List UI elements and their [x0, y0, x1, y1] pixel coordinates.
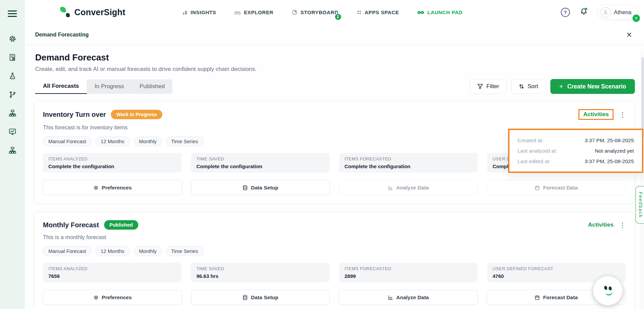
- nav-storyboard[interactable]: STORYBOARD 2: [292, 9, 338, 15]
- feedback-tab[interactable]: Feedback: [636, 186, 644, 224]
- tag-chip: Monthly: [134, 246, 162, 256]
- brand-name: ConverSight: [74, 7, 125, 17]
- tag-chip: 12 Months: [95, 136, 130, 146]
- status-badge: Work in Progress: [111, 110, 162, 119]
- data-setup-button[interactable]: Data Setup: [191, 290, 330, 305]
- scrollbar-track[interactable]: [641, 49, 644, 309]
- tag-chip: Manual Forecast: [43, 246, 92, 256]
- tab-in-progress[interactable]: In Progress: [87, 79, 132, 94]
- kebab-menu-icon[interactable]: ⋮: [619, 221, 626, 229]
- notifications-bell-icon[interactable]: [579, 7, 588, 18]
- preferences-button[interactable]: Preferences: [43, 290, 182, 305]
- settings-gear-icon[interactable]: [8, 35, 17, 43]
- analyze-chart-icon: [388, 185, 393, 190]
- status-badge: Published: [104, 220, 138, 230]
- sort-arrows-icon: [519, 84, 524, 89]
- stat-time-saved: TIME SAVED Complete the configuration: [191, 153, 330, 173]
- stat-items-analyzed: ITEMS ANALYZED 7659: [43, 263, 182, 282]
- forecast-card-monthly-forecast: Monthly Forecast Published Activities ⋮ …: [34, 212, 635, 309]
- scrollbar-thumb[interactable]: [642, 57, 644, 138]
- tag-chip: Time Series: [166, 246, 203, 256]
- tag-chip: 12 Months: [95, 246, 130, 256]
- brand-logo[interactable]: ConverSight: [57, 6, 125, 19]
- network-sitemap-icon[interactable]: [8, 146, 17, 154]
- activities-link[interactable]: Activities: [588, 222, 614, 228]
- stat-items-forecasted: ITEMS FORECASTED 2899: [339, 263, 478, 282]
- stat-items-analyzed: ITEMS ANALYZED Complete the configuratio…: [43, 153, 182, 173]
- top-navbar: ConverSight INSIGHTS EXPLORER STORYBOARD…: [25, 0, 644, 25]
- filter-button[interactable]: Filter: [470, 79, 507, 94]
- tab-all-forecasts[interactable]: All Forecasts: [35, 79, 87, 94]
- analyze-data-button[interactable]: Analyze Data: [339, 180, 478, 195]
- breadcrumb-bar: Demand Forecasting ×: [25, 25, 644, 45]
- user-menu[interactable]: Athena ▼: [598, 5, 638, 20]
- analyze-chart-icon: [388, 295, 393, 300]
- storyboard-count-badge: 2: [334, 13, 342, 21]
- menu-hamburger-icon[interactable]: [8, 9, 17, 19]
- hierarchy-sitemap-icon[interactable]: [8, 109, 17, 117]
- launch-pad-icon: [417, 10, 424, 15]
- apps-grid-icon: [357, 10, 362, 15]
- user-name: Athena: [614, 9, 631, 16]
- close-icon[interactable]: ×: [626, 30, 632, 40]
- tooltip-row: Last analyzed at: Not analyzed yet: [518, 146, 634, 156]
- preferences-gear-icon: [93, 295, 99, 300]
- insights-bars-icon: [182, 10, 188, 15]
- presentation-chart-icon[interactable]: [8, 128, 17, 136]
- nav-explorer[interactable]: EXPLORER: [234, 9, 273, 15]
- help-icon[interactable]: ?: [561, 8, 570, 17]
- filter-funnel-icon: [477, 84, 483, 89]
- preferences-button[interactable]: Preferences: [43, 180, 182, 195]
- page-title: Demand Forecast: [35, 52, 634, 63]
- database-icon: [242, 295, 248, 300]
- lab-flask-icon[interactable]: [8, 72, 17, 80]
- tag-chip: Monthly: [134, 136, 162, 146]
- activities-tooltip: Created at: 3:37 PM, 25-08-2025 Last ana…: [508, 129, 643, 173]
- tag-chip: Manual Forecast: [43, 136, 92, 146]
- explorer-binoculars-icon: [234, 10, 241, 15]
- nav-launch-pad[interactable]: LAUNCH PAD: [417, 9, 462, 15]
- card-title: Monthly Forecast: [43, 221, 99, 229]
- storyboard-icon: [292, 9, 297, 15]
- stat-items-forecasted: ITEMS FORECASTED Complete the configurat…: [339, 153, 478, 173]
- conversight-logo-icon: [57, 6, 71, 19]
- main-content: Demand Forecasting × Demand Forecast Cre…: [25, 25, 644, 309]
- calendar-icon: [534, 185, 540, 190]
- analyze-data-button[interactable]: Analyze Data: [339, 290, 478, 305]
- breadcrumb[interactable]: Demand Forecasting: [35, 32, 89, 38]
- conversight-bubble-icon: [600, 283, 616, 299]
- nav-apps-space[interactable]: APPS SPACE: [357, 9, 399, 15]
- tooltip-row: Last edited at: 3:37 PM, 25-08-2025: [518, 156, 634, 166]
- create-new-scenario-button[interactable]: + Create New Scenario: [550, 79, 635, 94]
- database-icon: [242, 185, 248, 190]
- user-chevron-down-icon: ▼: [633, 15, 640, 22]
- forecast-card-inventory-turn-over: Inventory Turn over Work in Progress Act…: [34, 101, 635, 204]
- report-document-icon[interactable]: [8, 53, 17, 61]
- forecast-tabs: All Forecasts In Progress Published: [35, 79, 172, 94]
- plus-icon: +: [559, 82, 563, 91]
- assistant-logo-bubble[interactable]: [593, 276, 622, 305]
- primary-nav: INSIGHTS EXPLORER STORYBOARD 2 APPS SPAC…: [182, 9, 462, 15]
- git-branch-icon[interactable]: [8, 91, 17, 99]
- preferences-gear-icon: [93, 185, 99, 190]
- sort-button[interactable]: Sort: [511, 79, 546, 94]
- activities-annotation-highlight: Activities: [578, 109, 614, 120]
- card-description: This is a monthly forecast: [43, 234, 626, 240]
- kebab-menu-icon[interactable]: ⋮: [619, 111, 626, 119]
- data-setup-button[interactable]: Data Setup: [191, 180, 330, 195]
- nav-insights[interactable]: INSIGHTS: [182, 9, 216, 15]
- left-sidebar: [0, 0, 25, 309]
- stat-time-saved: TIME SAVED 96.63 hrs: [191, 263, 330, 282]
- calendar-icon: [534, 295, 540, 300]
- tag-chip: Time Series: [166, 136, 203, 146]
- page-subtitle: Create, edit, and track AI or manual for…: [35, 66, 634, 73]
- activities-link[interactable]: Activities: [583, 111, 609, 118]
- user-avatar: [600, 7, 611, 18]
- tooltip-row: Created at: 3:37 PM, 25-08-2025: [518, 135, 634, 146]
- navbar-right-cluster: ? Athena ▼: [561, 5, 638, 20]
- forecast-data-button[interactable]: Forecast Data: [487, 180, 626, 195]
- tab-published[interactable]: Published: [132, 79, 173, 94]
- card-title: Inventory Turn over: [43, 111, 106, 119]
